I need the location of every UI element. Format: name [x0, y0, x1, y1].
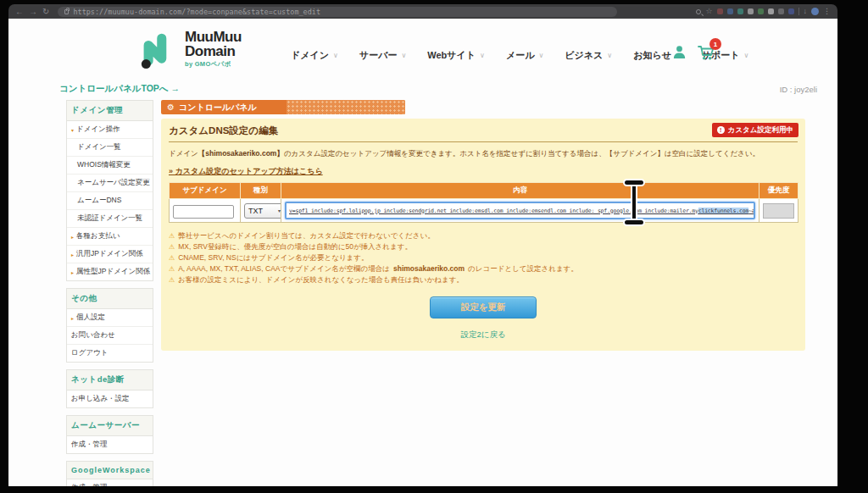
- sidebar-header-google-workspace: GoogleWorkspace: [67, 462, 153, 479]
- chevron-down-icon: ∨: [607, 52, 612, 59]
- chevron-down-icon: ∨: [538, 52, 543, 59]
- url-bar[interactable]: https://muumuu-domain.com/?mode=conpane&…: [58, 7, 617, 17]
- table-header-row: サブドメイン 種別 内容 優先度: [170, 183, 798, 199]
- title-divider: [169, 141, 798, 142]
- nav-mail[interactable]: メール∨: [506, 49, 543, 62]
- extension-icon[interactable]: [778, 8, 784, 14]
- extension-icon[interactable]: [768, 8, 774, 14]
- sidebar-item-unverified-domains[interactable]: 未認証ドメイン一覧: [67, 210, 153, 228]
- warning-icon: ⚠: [169, 264, 175, 274]
- sidebar-item-domain-operation[interactable]: ▾ドメイン操作: [67, 121, 153, 139]
- control-panel-top-link[interactable]: コントロールパネルTOPへ →: [59, 83, 180, 95]
- sidebar-item-nameserver-change[interactable]: ネームサーバ設定変更: [67, 174, 153, 192]
- account-button[interactable]: [671, 44, 687, 64]
- page-title: カスタムDNS設定の編集: [169, 125, 798, 137]
- triangle-icon: ▸: [71, 269, 74, 275]
- nav-server[interactable]: サーバー∨: [359, 49, 406, 62]
- back-to-settings2-link[interactable]: 設定2に戻る: [460, 330, 505, 339]
- sidebar-header-others: その他: [67, 289, 153, 309]
- sidebar-item-domain-list[interactable]: ドメイン一覧: [67, 139, 153, 157]
- sidebar-item-personal-settings[interactable]: ▸個人設定: [67, 309, 153, 327]
- priority-input[interactable]: [763, 203, 794, 219]
- muumuu-logo[interactable]: MuuMuu Domain by GMOペパボ: [140, 30, 242, 70]
- sidebar-item-gws-create-manage[interactable]: 作成・管理: [67, 479, 153, 486]
- setup-help-link[interactable]: » カスタム設定のセットアップ方法はこちら: [169, 166, 323, 177]
- chevron-down-icon: ▾: [278, 208, 281, 213]
- nav-domain[interactable]: ドメイン∨: [291, 49, 338, 62]
- extension-icon[interactable]: [727, 8, 733, 14]
- chevron-down-icon: ∨: [401, 52, 406, 59]
- url-text: https://muumuu-domain.com/?mode=conpane&…: [73, 8, 320, 16]
- reload-icon[interactable]: ↻: [42, 8, 49, 16]
- extension-icon[interactable]: [748, 8, 754, 14]
- logo-line-1: MuuMuu: [185, 30, 242, 44]
- sidebar-item-generic-jp[interactable]: ▸汎用JPドメイン関係: [67, 246, 153, 263]
- sidebar-section-google-workspace: GoogleWorkspace 作成・管理: [66, 461, 153, 486]
- profile-avatar[interactable]: [811, 8, 819, 15]
- record-content-input[interactable]: v=spf1 include:spf.lolipop.jp include:se…: [285, 202, 755, 219]
- sidebar-item-muumuu-dns[interactable]: ムームーDNS: [67, 192, 153, 210]
- triangle-icon: ▸: [71, 234, 74, 240]
- muumuu-logo-mark: [140, 30, 179, 70]
- warning-icon: ⚠: [169, 231, 175, 241]
- back-icon[interactable]: ←: [15, 8, 24, 16]
- sidebar-header-domain-management: ドメイン管理: [67, 101, 153, 121]
- warning-item: ⚠MX, SRV登録時に、優先度が空白の場合は自動的に50が挿入されます。: [169, 241, 798, 252]
- warning-item: ⚠CNAME, SRV, NSにはサブドメイン名が必要となります。: [169, 252, 798, 263]
- chevron-down-icon: ∨: [744, 52, 749, 59]
- domain-name: 【shimosakaeriko.com】: [198, 149, 284, 158]
- col-content: 内容: [281, 183, 760, 199]
- record-type-select[interactable]: TXT ▾: [244, 203, 285, 219]
- warning-icon: ⚠: [169, 275, 175, 285]
- logo-text: MuuMuu Domain by GMOペパボ: [185, 30, 242, 67]
- sidebar-item-payments[interactable]: ▸各種お支払い: [67, 228, 153, 246]
- warning-list: ⚠弊社サービスへのドメイン割り当ては、カスタム設定で行わないでください。 ⚠MX…: [169, 230, 798, 285]
- sidebar-item-whois-change[interactable]: WHOIS情報変更: [67, 157, 153, 174]
- sidebar-item-server-create-manage[interactable]: 作成・管理: [67, 436, 153, 453]
- toolbar-divider: [798, 8, 799, 15]
- sidebar-section-domain-management: ドメイン管理 ▾ドメイン操作 ドメイン一覧 WHOIS情報変更 ネームサーバ設定…: [66, 100, 153, 281]
- lock-icon: [64, 9, 69, 14]
- sidebar-item-contact[interactable]: お問い合わせ: [67, 327, 153, 345]
- download-icon[interactable]: ↓: [804, 8, 808, 15]
- nav-website[interactable]: Webサイト∨: [427, 49, 485, 62]
- chevron-down-icon: ∨: [333, 52, 338, 59]
- triangle-icon: ▸: [71, 315, 74, 321]
- cart-count-badge: 1: [709, 38, 721, 50]
- nav-business[interactable]: ビジネス∨: [565, 49, 612, 62]
- sidebar-section-others: その他 ▸個人設定 お問い合わせ ログアウト: [66, 288, 153, 363]
- chevron-down-icon: ∨: [480, 52, 485, 59]
- page-body: MuuMuu Domain by GMOペパボ ドメイン∨ サーバー∨ Webサ…: [8, 19, 837, 486]
- warning-icon: ⚠: [169, 253, 175, 263]
- warning-item: ⚠A, AAAA, MX, TXT, ALIAS, CAAでサブドメイン名が空欄…: [169, 263, 798, 274]
- bookmark-star-icon[interactable]: ☆: [705, 8, 712, 15]
- logo-line-2: Domain: [185, 44, 242, 58]
- sidebar-header-net-de-shindan: ネットde診断: [67, 370, 153, 391]
- sidebar-item-attribute-jp[interactable]: ▸属性型JPドメイン関係: [67, 263, 153, 280]
- banner-pattern: [287, 100, 405, 114]
- col-subdomain: サブドメイン: [170, 183, 241, 199]
- warning-icon: ⚠: [169, 242, 175, 252]
- control-panel-banner: ⚙ コントロールパネル: [161, 100, 405, 114]
- warning-item: ⚠弊社サービスへのドメイン割り当ては、カスタム設定で行わないでください。: [169, 230, 798, 241]
- status-badge: ! カスタム設定利用中: [712, 123, 798, 137]
- gear-icon: ⚙: [167, 102, 175, 112]
- sidebar-header-muumuu-server: ムームーサーバー: [67, 416, 153, 436]
- subdomain-input[interactable]: [173, 205, 234, 219]
- banner-title: コントロールパネル: [179, 102, 257, 114]
- forward-icon[interactable]: →: [29, 8, 37, 16]
- col-priority: 優先度: [760, 183, 798, 199]
- sidebar-item-logout[interactable]: ログアウト: [67, 345, 153, 362]
- sidebar-item-apply-settings[interactable]: お申し込み・設定: [67, 391, 153, 407]
- col-type: 種別: [241, 183, 281, 199]
- extension-icon[interactable]: [758, 8, 764, 14]
- custom-dns-panel: ! カスタム設定利用中 カスタムDNS設定の編集 ドメイン【shimosakae…: [161, 119, 805, 351]
- search-icon[interactable]: [696, 9, 701, 14]
- triangle-icon: ▸: [71, 252, 74, 258]
- extension-icon[interactable]: [788, 8, 794, 14]
- extension-icon[interactable]: [717, 8, 723, 14]
- extension-icon[interactable]: [737, 8, 743, 14]
- kebab-menu-icon[interactable]: ⋮: [823, 8, 831, 15]
- update-settings-button[interactable]: 設定を更新: [430, 296, 537, 319]
- table-row: TXT ▾ v=spf1 include:spf.lolipop.jp incl…: [170, 199, 798, 223]
